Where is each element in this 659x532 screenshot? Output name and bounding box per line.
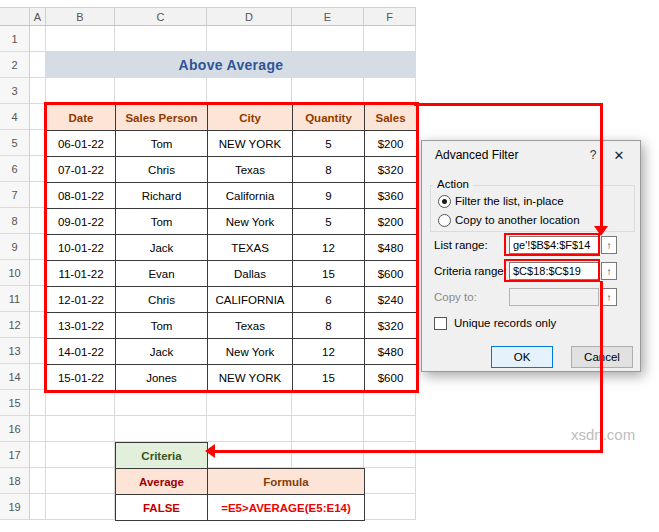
table-cell[interactable]: $320	[365, 313, 417, 339]
table-cell[interactable]: Jack	[116, 235, 208, 261]
table-cell[interactable]: 07-01-22	[47, 157, 116, 183]
table-cell[interactable]: 10-01-22	[47, 235, 116, 261]
table-cell[interactable]: $360	[365, 183, 417, 209]
table-cell[interactable]: 5	[293, 131, 365, 157]
table-cell[interactable]: $240	[365, 287, 417, 313]
table-cell[interactable]: 08-01-22	[47, 183, 116, 209]
table-cell[interactable]: Tom	[116, 131, 208, 157]
row-header-1[interactable]: 1	[0, 26, 30, 52]
criteria-value-cell[interactable]: FALSE	[115, 494, 208, 521]
copy-to-selector-icon[interactable]: ↑	[601, 288, 617, 306]
table-cell[interactable]: $200	[365, 131, 417, 157]
table-cell[interactable]: Tom	[116, 209, 208, 235]
table-cell[interactable]: $200	[365, 209, 417, 235]
table-cell[interactable]: $600	[365, 365, 417, 391]
table-cell[interactable]: 5	[293, 209, 365, 235]
row-header-3[interactable]: 3	[0, 78, 30, 104]
table-cell[interactable]: $320	[365, 157, 417, 183]
table-cell[interactable]: Chris	[116, 287, 208, 313]
table-cell[interactable]: Tom	[116, 313, 208, 339]
table-cell[interactable]: Jack	[116, 339, 208, 365]
column-header-C[interactable]: C	[115, 8, 207, 25]
unique-records-checkbox[interactable]	[434, 317, 447, 330]
table-cell[interactable]: 09-01-22	[47, 209, 116, 235]
criteria-range-selector-icon[interactable]: ↑	[601, 262, 617, 280]
table-cell[interactable]: NEW YORK	[208, 365, 293, 391]
table-header-cell[interactable]: Quantity	[293, 105, 365, 131]
table-cell[interactable]: 11-01-22	[47, 261, 116, 287]
title-banner-cell[interactable]: Above Average	[46, 52, 416, 78]
row-header-12[interactable]: 12	[0, 312, 30, 338]
table-cell[interactable]: 13-01-22	[47, 313, 116, 339]
cancel-button[interactable]: Cancel	[571, 346, 633, 368]
table-cell[interactable]: Texas	[208, 157, 293, 183]
row-header-11[interactable]: 11	[0, 286, 30, 312]
table-cell[interactable]: 15	[293, 261, 365, 287]
row-header-9[interactable]: 9	[0, 234, 30, 260]
row-header-16[interactable]: 16	[0, 416, 30, 442]
table-cell[interactable]: Texas	[208, 313, 293, 339]
radio-filter-in-place[interactable]	[438, 195, 451, 208]
row-header-19[interactable]: 19	[0, 494, 30, 520]
list-range-selector-icon[interactable]: ↑	[601, 236, 617, 254]
row-header-13[interactable]: 13	[0, 338, 30, 364]
table-cell[interactable]: 9	[293, 183, 365, 209]
table-cell[interactable]: 15	[293, 365, 365, 391]
column-header-A[interactable]: A	[30, 8, 46, 25]
table-cell[interactable]: New York	[208, 339, 293, 365]
row-header-6[interactable]: 6	[0, 156, 30, 182]
formula-text-cell[interactable]: =E5>AVERAGE(E5:E14)	[207, 494, 365, 521]
radio-copy-to-location[interactable]	[438, 214, 451, 227]
table-cell[interactable]: NEW YORK	[208, 131, 293, 157]
table-cell[interactable]: 14-01-22	[47, 339, 116, 365]
table-cell[interactable]: $480	[365, 339, 417, 365]
row-header-14[interactable]: 14	[0, 364, 30, 390]
table-cell[interactable]: 8	[293, 157, 365, 183]
table-cell[interactable]: 8	[293, 313, 365, 339]
unique-records-label[interactable]: Unique records only	[454, 317, 556, 329]
table-cell[interactable]: Evan	[116, 261, 208, 287]
table-cell[interactable]: Dallas	[208, 261, 293, 287]
table-header-cell[interactable]: City	[208, 105, 293, 131]
ok-button[interactable]: OK	[491, 346, 553, 368]
help-icon[interactable]: ?	[582, 148, 604, 162]
table-header-cell[interactable]: Date	[47, 105, 116, 131]
table-cell[interactable]: California	[208, 183, 293, 209]
column-header-B[interactable]: B	[46, 8, 115, 25]
row-header-4[interactable]: 4	[0, 104, 30, 130]
table-cell[interactable]: 12-01-22	[47, 287, 116, 313]
radio-copy-to-location-label[interactable]: Copy to another location	[455, 214, 580, 226]
table-cell[interactable]: Richard	[116, 183, 208, 209]
column-header-E[interactable]: E	[292, 8, 364, 25]
table-cell[interactable]: Chris	[116, 157, 208, 183]
table-cell[interactable]: 6	[293, 287, 365, 313]
table-cell[interactable]: Jones	[116, 365, 208, 391]
dialog-title-bar[interactable]: Advanced Filter ? ✕	[422, 141, 640, 169]
row-header-8[interactable]: 8	[0, 208, 30, 234]
table-cell[interactable]: 06-01-22	[47, 131, 116, 157]
column-header-D[interactable]: D	[207, 8, 292, 25]
criteria-field-cell[interactable]: Average	[115, 468, 208, 495]
row-header-15[interactable]: 15	[0, 390, 30, 416]
table-cell[interactable]: 12	[293, 235, 365, 261]
row-header-10[interactable]: 10	[0, 260, 30, 286]
criteria-header-cell[interactable]: Criteria	[115, 442, 208, 469]
list-range-input[interactable]: ge'!$B$4:$F$14	[509, 236, 599, 254]
table-header-cell[interactable]: Sales	[365, 105, 417, 131]
radio-filter-in-place-label[interactable]: Filter the list, in-place	[455, 195, 564, 207]
select-all-corner[interactable]	[0, 8, 30, 25]
column-header-F[interactable]: F	[364, 8, 416, 25]
table-cell[interactable]: New York	[208, 209, 293, 235]
row-header-17[interactable]: 17	[0, 442, 30, 468]
table-cell[interactable]: $600	[365, 261, 417, 287]
table-cell[interactable]: TEXAS	[208, 235, 293, 261]
table-cell[interactable]: $480	[365, 235, 417, 261]
table-header-cell[interactable]: Sales Person	[116, 105, 208, 131]
formula-header-cell[interactable]: Formula	[207, 468, 365, 495]
row-header-18[interactable]: 18	[0, 468, 30, 494]
table-cell[interactable]: 12	[293, 339, 365, 365]
close-icon[interactable]: ✕	[604, 144, 634, 166]
row-header-2[interactable]: 2	[0, 52, 30, 78]
row-header-5[interactable]: 5	[0, 130, 30, 156]
criteria-range-input[interactable]: $C$18:$C$19	[509, 262, 599, 280]
